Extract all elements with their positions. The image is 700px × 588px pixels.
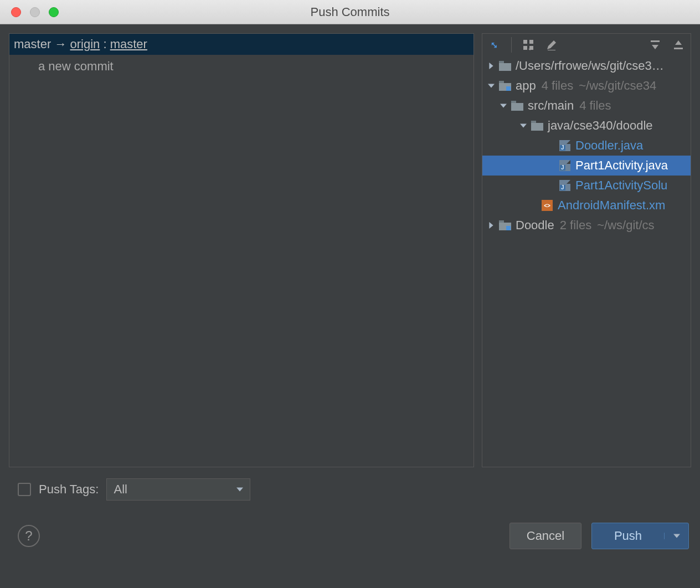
- svg-rect-1: [529, 40, 533, 44]
- cancel-label: Cancel: [527, 529, 564, 543]
- tree-row-src[interactable]: src/main 4 files: [482, 96, 691, 116]
- tree-row-file-selected[interactable]: J Part1Activity.java: [482, 156, 691, 176]
- folder-icon: [511, 100, 523, 112]
- push-tags-select[interactable]: All: [106, 478, 250, 501]
- push-tags-checkbox[interactable]: [18, 483, 31, 496]
- svg-rect-4: [651, 40, 660, 42]
- close-window-button[interactable]: [11, 7, 21, 17]
- commits-panel: master → origin : master a new commit: [9, 33, 474, 467]
- xml-file-icon: <>: [541, 199, 553, 212]
- svg-rect-17: [506, 226, 511, 230]
- files-panel: /Users/rfrowe/ws/git/cse3… app 4 files ~…: [482, 33, 691, 467]
- remote-name-link[interactable]: origin: [70, 37, 100, 51]
- help-button[interactable]: ?: [18, 525, 40, 547]
- svg-rect-12: [511, 103, 523, 111]
- tree-label: src/main: [528, 99, 574, 113]
- cancel-button[interactable]: Cancel: [509, 523, 581, 549]
- tree-meta: 4 files: [542, 79, 573, 93]
- edit-icon[interactable]: [545, 38, 558, 51]
- java-file-icon: J: [559, 179, 571, 192]
- push-button[interactable]: Push: [591, 523, 689, 549]
- expand-all-icon[interactable]: [648, 38, 662, 51]
- tree-label: java/cse340/doodle: [548, 118, 653, 133]
- maximize-window-button[interactable]: [49, 7, 59, 17]
- java-file-icon: J: [559, 140, 571, 152]
- svg-rect-7: [499, 63, 511, 71]
- group-by-icon[interactable]: [522, 38, 535, 51]
- select-value: All: [114, 482, 127, 497]
- title-bar: Push Commits: [0, 0, 700, 24]
- push-tags-label: Push Tags:: [39, 482, 99, 497]
- push-button-dropdown[interactable]: [664, 533, 688, 539]
- collapse-all-icon[interactable]: [672, 38, 685, 51]
- tree-label: /Users/rfrowe/ws/git/cse3…: [516, 59, 664, 73]
- file-name: Doodler.java: [575, 138, 643, 153]
- chevron-down-icon: [673, 533, 680, 539]
- tree-path: ~/ws/git/cs: [597, 218, 654, 233]
- window-controls: [0, 7, 59, 17]
- window-title: Push Commits: [0, 5, 700, 19]
- svg-rect-2: [523, 46, 527, 50]
- push-header[interactable]: master → origin : master: [9, 34, 473, 55]
- dialog-body: master → origin : master a new commit: [0, 24, 700, 467]
- tree-label: app: [516, 79, 536, 93]
- file-name: AndroidManifest.xm: [558, 198, 665, 213]
- tree-row-file[interactable]: <> AndroidManifest.xm: [482, 195, 691, 215]
- chevron-down-icon[interactable]: [487, 81, 496, 90]
- tree-row-file[interactable]: J Part1ActivitySolu: [482, 176, 691, 195]
- buttons-row: ? Cancel Push: [18, 523, 689, 549]
- tree-row-app[interactable]: app 4 files ~/ws/git/cse34: [482, 76, 691, 96]
- svg-rect-5: [674, 48, 683, 49]
- colon: :: [103, 37, 106, 51]
- file-tree: /Users/rfrowe/ws/git/cse3… app 4 files ~…: [482, 56, 691, 235]
- tree-row-root[interactable]: /Users/rfrowe/ws/git/cse3…: [482, 56, 691, 76]
- tree-path: ~/ws/git/cse34: [579, 79, 656, 93]
- file-name: Part1ActivitySolu: [575, 178, 667, 193]
- files-toolbar: [482, 34, 691, 56]
- chevron-down-icon[interactable]: [519, 121, 528, 130]
- toolbar-separator: [511, 37, 512, 53]
- module-folder-icon: [499, 219, 511, 231]
- svg-rect-10: [506, 86, 511, 91]
- tree-row-package[interactable]: java/cse340/doodle: [482, 116, 691, 136]
- collapse-diff-icon[interactable]: [488, 38, 501, 51]
- file-name: Part1Activity.java: [575, 158, 668, 173]
- arrow-icon: →: [54, 37, 66, 51]
- folder-icon: [499, 60, 511, 72]
- tree-meta: 4 files: [579, 99, 611, 113]
- commit-message[interactable]: a new commit: [9, 55, 473, 78]
- local-branch: master: [14, 37, 51, 51]
- chevron-right-icon[interactable]: [487, 61, 496, 70]
- help-icon: ?: [25, 528, 32, 544]
- module-folder-icon: [499, 80, 511, 92]
- dialog-footer: Push Tags: All ? Cancel Push: [0, 467, 700, 560]
- tree-row-doodle[interactable]: Doodle 2 files ~/ws/git/cs: [482, 215, 691, 235]
- chevron-down-icon[interactable]: [499, 101, 508, 110]
- chevron-right-icon[interactable]: [487, 221, 496, 230]
- tree-meta: 2 files: [560, 218, 591, 233]
- tree-label: Doodle: [516, 218, 554, 233]
- push-tags-row: Push Tags: All: [18, 478, 689, 501]
- push-label: Push: [614, 529, 642, 543]
- minimize-window-button[interactable]: [30, 7, 40, 17]
- java-file-icon: J: [559, 159, 571, 172]
- folder-icon: [531, 120, 543, 132]
- svg-rect-14: [531, 123, 543, 131]
- remote-branch-link[interactable]: master: [110, 37, 147, 51]
- tree-row-file[interactable]: J Doodler.java: [482, 136, 691, 156]
- svg-rect-0: [523, 40, 527, 44]
- push-button-main[interactable]: Push: [592, 529, 664, 543]
- chevron-down-icon: [236, 486, 243, 493]
